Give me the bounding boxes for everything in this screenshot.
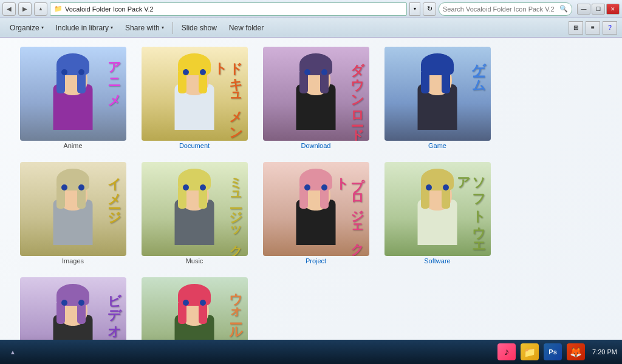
- folder-label-music: Music: [186, 257, 203, 265]
- share-with-button[interactable]: Share with ▾: [120, 21, 169, 35]
- jp-text-video: ビデオ: [106, 283, 121, 332]
- itunes-icon[interactable]: ♪: [497, 343, 516, 360]
- new-folder-button[interactable]: New folder: [224, 21, 268, 35]
- view-controls: ⊞ ≡ ?: [569, 21, 617, 35]
- folder-label-download: Download: [301, 142, 331, 149]
- jp-text-images: イメージ: [106, 168, 121, 218]
- folder-label-game: Game: [428, 142, 446, 149]
- folder-artwork-anime: アニメ: [20, 47, 126, 141]
- folder-item-game[interactable]: ゲーム Game: [377, 44, 498, 159]
- slideshow-button[interactable]: Slide show: [177, 21, 222, 35]
- share-with-label: Share with: [125, 24, 160, 32]
- explorer-icon[interactable]: 📁: [521, 343, 539, 360]
- folder-artwork-project: プロジェクト: [263, 162, 369, 256]
- back-button[interactable]: ◀: [2, 2, 16, 16]
- folder-item-software[interactable]: ソフトウエア Software: [377, 159, 498, 274]
- jp-text-anime: アニメ: [106, 53, 121, 102]
- share-arrow: ▾: [162, 25, 164, 30]
- folder-label-project: Project: [306, 257, 326, 265]
- organize-label: Organize: [10, 24, 39, 32]
- notify-arrow[interactable]: ▲: [10, 349, 16, 356]
- help-button[interactable]: ?: [603, 21, 617, 35]
- photoshop-icon[interactable]: Ps: [544, 343, 562, 360]
- title-bar-left: ◀ ▶ ▲ 📁 Vocaloid Folder Icon Pack V.2 ▾ …: [2, 2, 572, 16]
- folder-artwork-download: ダウンロード: [263, 47, 369, 141]
- jp-text-document: ドキュメント: [213, 53, 242, 141]
- folder-artwork-wallpaper: ウォールペーパー: [142, 277, 248, 340]
- folder-label-document: Document: [179, 142, 210, 149]
- folder-item-video[interactable]: ビデオ Video: [12, 274, 134, 340]
- toolbar: Organize ▾ Include in library ▾ Share wi…: [0, 18, 622, 38]
- address-folder-icon: 📁: [54, 5, 63, 13]
- up-button[interactable]: ▲: [34, 2, 47, 16]
- main-area: アニメ Anime ドキ: [0, 38, 622, 340]
- jp-text-software: ソフトウエア: [456, 168, 485, 256]
- file-grid: アニメ Anime ドキ: [0, 38, 622, 340]
- folder-item-project[interactable]: プロジェクト Project: [255, 159, 377, 274]
- view-details-button[interactable]: ≡: [586, 21, 600, 35]
- ps-symbol: Ps: [549, 348, 556, 356]
- firefox-icon[interactable]: 🦊: [567, 343, 585, 360]
- jp-text-project: プロジェクト: [335, 168, 364, 256]
- folder-artwork-document: ドキュメント: [142, 47, 248, 141]
- new-folder-label: New folder: [229, 24, 264, 32]
- folder-item-music[interactable]: ミュージック Music: [134, 159, 255, 274]
- explorer-symbol: 📁: [524, 346, 536, 358]
- folder-artwork-software: ソフトウエア: [384, 162, 491, 256]
- address-bar[interactable]: 📁 Vocaloid Folder Icon Pack V.2: [50, 2, 407, 16]
- organize-arrow: ▾: [41, 25, 44, 30]
- address-text: Vocaloid Folder Icon Pack V.2: [65, 5, 154, 13]
- toolbar-separator: [173, 22, 173, 34]
- include-arrow: ▾: [111, 25, 113, 30]
- title-bar: ◀ ▶ ▲ 📁 Vocaloid Folder Icon Pack V.2 ▾ …: [0, 0, 622, 18]
- jp-text-game: ゲーム: [471, 53, 485, 87]
- taskbar-icons: ♪ 📁 Ps 🦊: [497, 343, 585, 360]
- folder-label-software: Software: [424, 257, 450, 265]
- address-dropdown[interactable]: ▾: [409, 2, 420, 16]
- folder-item-images[interactable]: イメージ Images: [12, 159, 134, 274]
- forward-button[interactable]: ▶: [18, 2, 32, 16]
- folder-label-images: Images: [62, 257, 84, 265]
- folder-item-document[interactable]: ドキュメント Document: [134, 44, 255, 159]
- title-bar-controls: — ☐ ✕: [577, 4, 620, 15]
- folder-label-anime: Anime: [63, 142, 82, 149]
- itunes-symbol: ♪: [504, 346, 509, 357]
- include-library-label: Include in library: [56, 24, 109, 32]
- view-list-button[interactable]: ⊞: [569, 21, 583, 35]
- taskbar: ▲ ♪ 📁 Ps 🦊 7:20 PM: [0, 340, 622, 364]
- taskbar-notify: ▲: [10, 349, 16, 356]
- folder-artwork-game: ゲーム: [384, 47, 491, 141]
- jp-text-download: ダウンロード: [349, 53, 364, 136]
- search-bar[interactable]: 🔍: [439, 2, 572, 16]
- include-library-button[interactable]: Include in library ▾: [51, 21, 118, 35]
- firefox-symbol: 🦊: [570, 346, 582, 358]
- organize-button[interactable]: Organize ▾: [5, 21, 49, 35]
- search-input[interactable]: [443, 5, 559, 13]
- folder-item-wallpaper[interactable]: ウォールペーパー Wallpaper: [134, 274, 255, 340]
- search-icon: 🔍: [559, 5, 568, 13]
- slideshow-label: Slide show: [182, 24, 217, 32]
- folder-item-download[interactable]: ダウンロード Download: [255, 44, 377, 159]
- jp-text-wallpaper: ウォールペーパー: [228, 283, 242, 340]
- close-button[interactable]: ✕: [606, 4, 620, 15]
- maximize-button[interactable]: ☐: [592, 4, 605, 15]
- minimize-button[interactable]: —: [577, 4, 590, 15]
- taskbar-clock: 7:20 PM: [592, 348, 617, 356]
- refresh-button[interactable]: ↻: [423, 2, 436, 16]
- folder-artwork-video: ビデオ: [20, 277, 126, 340]
- folder-item-anime[interactable]: アニメ Anime: [12, 44, 134, 159]
- jp-text-music: ミュージック: [228, 168, 242, 252]
- folder-artwork-music: ミュージック: [142, 162, 248, 256]
- folder-artwork-images: イメージ: [20, 162, 126, 256]
